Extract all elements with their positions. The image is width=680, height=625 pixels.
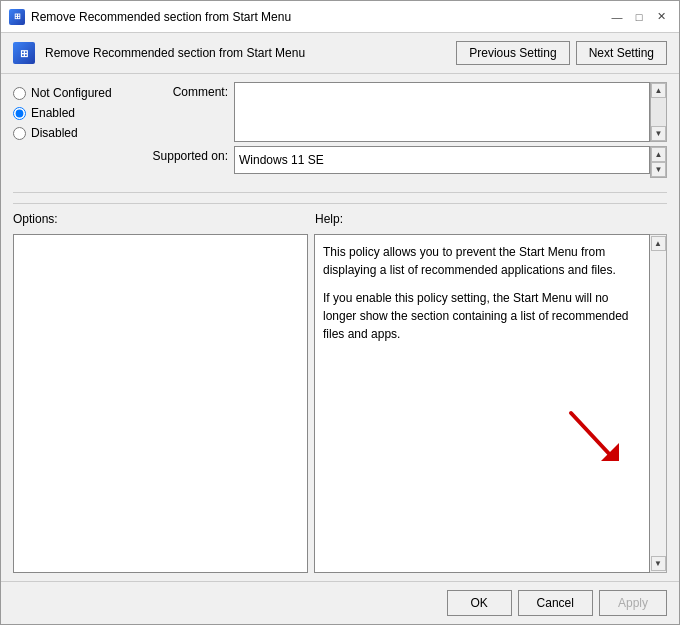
cancel-button[interactable]: Cancel bbox=[518, 590, 593, 616]
window-controls: — □ ✕ bbox=[607, 7, 671, 27]
supported-row: Supported on: Windows 11 SE ▲ ▼ bbox=[143, 146, 667, 178]
window-title: Remove Recommended section from Start Me… bbox=[31, 10, 601, 24]
not-configured-option[interactable]: Not Configured bbox=[13, 86, 143, 100]
help-paragraph-2: If you enable this policy setting, the S… bbox=[323, 289, 641, 343]
help-paragraph-1: This policy allows you to prevent the St… bbox=[323, 243, 641, 279]
arrow-area bbox=[323, 403, 641, 473]
comment-label: Comment: bbox=[143, 82, 228, 99]
header-row: ⊞ Remove Recommended section from Start … bbox=[1, 33, 679, 74]
help-scroll-down[interactable]: ▼ bbox=[651, 556, 666, 571]
close-button[interactable]: ✕ bbox=[651, 7, 671, 27]
comment-scrollbar: ▲ ▼ bbox=[650, 82, 667, 142]
comment-scroll-down[interactable]: ▼ bbox=[651, 126, 666, 141]
bottom-section: This policy allows you to prevent the St… bbox=[13, 234, 667, 573]
divider bbox=[13, 192, 667, 193]
right-fields: Comment: ▲ ▼ Supported on: bbox=[143, 82, 667, 178]
previous-setting-button[interactable]: Previous Setting bbox=[456, 41, 569, 65]
not-configured-label: Not Configured bbox=[31, 86, 112, 100]
not-configured-radio[interactable] bbox=[13, 87, 26, 100]
main-window: ⊞ Remove Recommended section from Start … bbox=[0, 0, 680, 625]
enabled-option[interactable]: Enabled bbox=[13, 106, 143, 120]
enabled-radio[interactable] bbox=[13, 107, 26, 120]
supported-value: Windows 11 SE bbox=[234, 146, 650, 174]
help-scrollbar: ▲ ▼ bbox=[650, 234, 667, 573]
minimize-button[interactable]: — bbox=[607, 7, 627, 27]
help-panel: This policy allows you to prevent the St… bbox=[314, 234, 650, 573]
comment-area-wrapper: ▲ ▼ bbox=[234, 82, 667, 142]
disabled-label: Disabled bbox=[31, 126, 78, 140]
options-panel bbox=[13, 234, 308, 573]
supported-scrollbar: ▲ ▼ bbox=[650, 146, 667, 178]
top-section: Not Configured Enabled Disabled Comment: bbox=[13, 82, 667, 178]
comment-scroll-up[interactable]: ▲ bbox=[651, 83, 666, 98]
supported-scroll-down[interactable]: ▼ bbox=[651, 162, 666, 177]
window-icon: ⊞ bbox=[9, 9, 25, 25]
supported-label: Supported on: bbox=[143, 146, 228, 163]
apply-button[interactable]: Apply bbox=[599, 590, 667, 616]
maximize-button[interactable]: □ bbox=[629, 7, 649, 27]
comment-scroll-track bbox=[651, 98, 666, 126]
help-heading: Help: bbox=[313, 208, 345, 230]
help-panel-wrapper: This policy allows you to prevent the St… bbox=[314, 234, 667, 573]
footer: OK Cancel Apply bbox=[1, 581, 679, 624]
comment-row: Comment: ▲ ▼ bbox=[143, 82, 667, 142]
supported-scroll-up[interactable]: ▲ bbox=[651, 147, 666, 162]
next-setting-button[interactable]: Next Setting bbox=[576, 41, 667, 65]
disabled-option[interactable]: Disabled bbox=[13, 126, 143, 140]
enabled-label: Enabled bbox=[31, 106, 75, 120]
supported-area-wrapper: Windows 11 SE ▲ ▼ bbox=[234, 146, 667, 178]
disabled-radio[interactable] bbox=[13, 127, 26, 140]
header-icon: ⊞ bbox=[13, 42, 35, 64]
red-arrow-icon bbox=[561, 403, 631, 473]
comment-input[interactable] bbox=[234, 82, 650, 142]
help-scroll-up[interactable]: ▲ bbox=[651, 236, 666, 251]
title-bar: ⊞ Remove Recommended section from Start … bbox=[1, 1, 679, 33]
navigation-buttons: Previous Setting Next Setting bbox=[456, 41, 667, 65]
radio-group: Not Configured Enabled Disabled bbox=[13, 82, 143, 178]
content-area: Not Configured Enabled Disabled Comment: bbox=[1, 74, 679, 581]
options-heading: Options: bbox=[13, 208, 313, 230]
ok-button[interactable]: OK bbox=[447, 590, 512, 616]
middle-labels: Options: Help: bbox=[13, 203, 667, 234]
svg-line-0 bbox=[571, 413, 613, 458]
header-title: Remove Recommended section from Start Me… bbox=[45, 46, 446, 60]
